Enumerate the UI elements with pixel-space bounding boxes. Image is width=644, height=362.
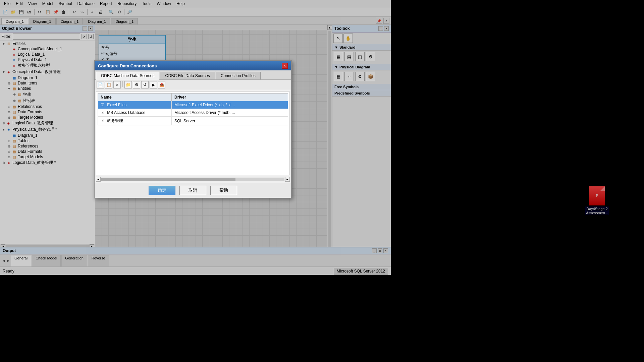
modal-tab-connection-profiles[interactable]: Connection Profiles [216,72,261,79]
col-header-name: Name [98,94,172,101]
modal-titlebar: Configure Data Connections × [95,61,291,70]
modal-ok-btn[interactable]: 确定 [149,186,175,195]
modal-open-btn[interactable]: 📁 [124,81,132,88]
modal-copy-btn[interactable]: 📋 [105,81,112,88]
modal-test-btn[interactable]: ▶ [150,81,157,88]
cell-jiawu-name: ☑ 教务管理 [98,117,172,125]
modal-props-btn[interactable]: ⚙ [133,81,140,88]
modal-content: Name Driver ☑ Excel Files Microsoft Exce… [96,92,290,175]
modal-refresh-btn[interactable]: ↺ [141,81,149,88]
modal-tabs: ODBC Machine Data Sources ODBC File Data… [95,70,291,80]
modal-cancel-btn[interactable]: 取消 [179,186,206,195]
modal-scroll-left[interactable]: ◄ [96,177,101,182]
configure-data-connections-dialog: Configure Data Connections × ODBC Machin… [94,60,292,198]
table-row-jiawu[interactable]: ☑ 教务管理 SQL Server [98,117,288,125]
modal-overlay: Configure Data Connections × ODBC Machin… [0,0,644,362]
col-header-driver: Driver [172,94,288,101]
excel-label: Excel Files [107,103,126,107]
checkbox-access[interactable]: ☑ [101,110,104,115]
table-row-excel[interactable]: ☑ Excel Files Microsoft Excel Driver (*.… [98,101,288,109]
cell-excel-name: ☑ Excel Files [98,101,172,109]
modal-scroll-thumb [101,178,235,181]
modal-tab-odbc-machine[interactable]: ODBC Machine Data Sources [96,72,159,80]
modal-add-btn[interactable]: 📄 [97,81,104,88]
checkbox-excel[interactable]: ☑ [101,103,104,107]
modal-export-btn[interactable]: 📤 [158,81,165,88]
modal-footer: 确定 取消 帮助 [95,183,291,198]
table-row-access[interactable]: ☑ MS Access Database Microsoft Access Dr… [98,109,288,117]
modal-scroll-right[interactable]: ► [285,177,290,182]
modal-toolbar: 📄 📋 ✕ 📁 ⚙ ↺ ▶ 📤 [95,80,291,90]
modal-title: Configure Data Connections [98,63,157,68]
jiawu-label: 教务管理 [107,118,123,123]
modal-scroll-track[interactable] [101,178,284,181]
modal-tab-odbc-file[interactable]: ODBC File Data Sources [160,72,215,79]
checkbox-jiawu[interactable]: ☑ [101,118,104,123]
modal-data-table: Name Driver ☑ Excel Files Microsoft Exce… [98,93,288,125]
access-label: MS Access Database [107,110,145,115]
modal-delete-btn[interactable]: ✕ [113,81,121,88]
cell-excel-driver: Microsoft Excel Driver (*.xls, *.xl... [172,101,288,109]
cell-access-name: ☑ MS Access Database [98,109,172,117]
modal-scrollbar[interactable]: ◄ ► [96,177,290,181]
cell-access-driver: Microsoft Access Driver (*.mdb, ... [172,109,288,117]
cell-jiawu-driver: SQL Server [172,117,288,125]
modal-help-btn[interactable]: 帮助 [210,186,237,195]
modal-close-btn[interactable]: × [282,63,288,69]
sep [122,81,123,87]
